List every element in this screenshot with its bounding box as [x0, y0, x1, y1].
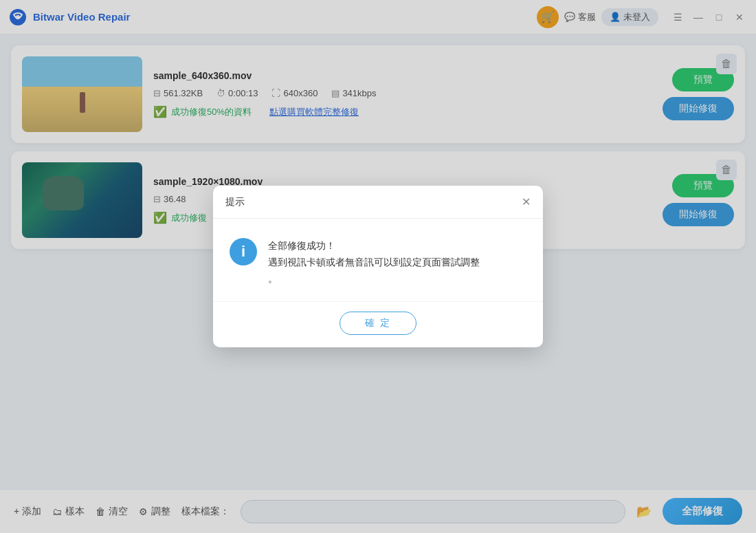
- dialog-info-icon: i: [230, 238, 257, 265]
- dialog-body: i 全部修復成功！ 遇到視訊卡頓或者無音訊可以到設定頁面嘗試調整 。: [213, 219, 543, 301]
- dialog-close-button[interactable]: ✕: [522, 195, 531, 208]
- confirm-button[interactable]: 確 定: [340, 312, 416, 335]
- dialog-message-line1: 全部修復成功！: [268, 238, 480, 254]
- dialog-message-line2: 遇到視訊卡頓或者無音訊可以到設定頁面嘗試調整: [268, 254, 480, 271]
- dialog-footer: 確 定: [213, 301, 543, 347]
- dialog-message: 全部修復成功！ 遇到視訊卡頓或者無音訊可以到設定頁面嘗試調整 。: [268, 238, 480, 287]
- dialog-message-line3: 。: [268, 271, 480, 287]
- dialog: 提示 ✕ i 全部修復成功！ 遇到視訊卡頓或者無音訊可以到設定頁面嘗試調整 。 …: [213, 186, 543, 347]
- dialog-title: 提示: [225, 196, 245, 208]
- dialog-header: 提示 ✕: [213, 186, 543, 219]
- info-icon-text: i: [241, 243, 245, 261]
- dialog-overlay: 提示 ✕ i 全部修復成功！ 遇到視訊卡頓或者無音訊可以到設定頁面嘗試調整 。 …: [0, 0, 756, 533]
